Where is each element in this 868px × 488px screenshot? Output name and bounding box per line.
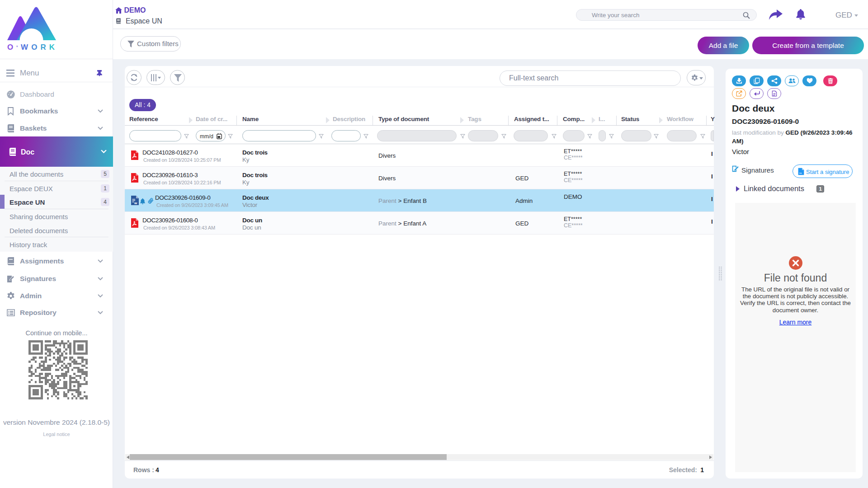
svg-text:w: w <box>134 201 137 205</box>
